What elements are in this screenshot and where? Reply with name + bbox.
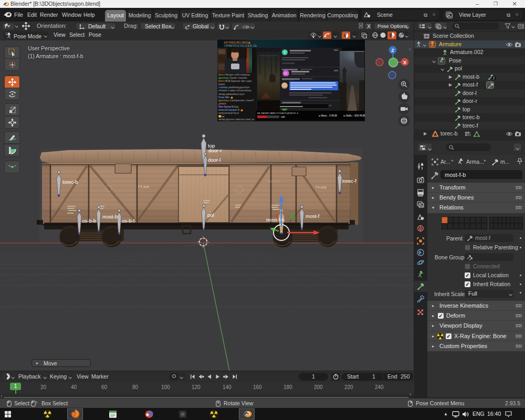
svg-text:door-l: door-l [208,157,220,163]
svg-text:os-b-f: os-b-f [122,218,135,224]
svg-text:Z: Z [391,48,394,53]
svg-text:torec-f: torec-f [342,178,356,184]
svg-text:pol: pol [207,212,214,218]
svg-text:most-f-b: most-f-b [266,217,285,223]
svg-text:X: X [403,60,406,65]
svg-text:torec-b: torec-b [62,179,78,185]
svg-text:most-f: most-f [306,213,320,219]
svg-text:os-b-b: os-b-b [82,218,96,224]
svg-text:door-r: door-r [208,148,222,153]
svg-text:most-b: most-b [102,214,118,219]
